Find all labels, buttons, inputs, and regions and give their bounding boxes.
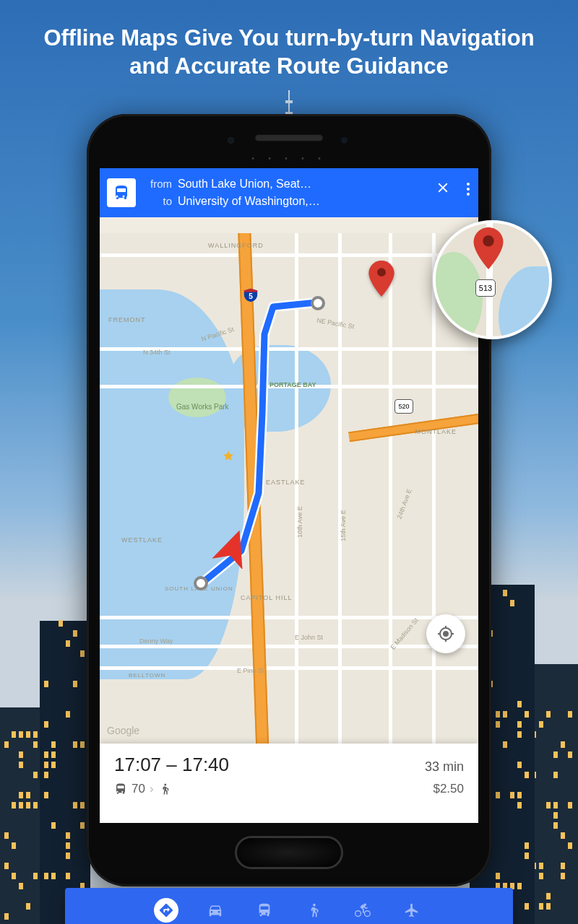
phone-frame: • • • • • from South Lake Union, Seat… t… (87, 114, 491, 886)
to-label: to (143, 195, 172, 207)
st-n34: N 34th St (143, 349, 171, 356)
route-dest-marker (311, 296, 325, 310)
map-canvas[interactable]: Gas Works Park 5 520 513 WALLINGFORD (100, 233, 478, 744)
mode-fly[interactable] (400, 898, 424, 923)
nh-capitol: CAPITOL HILL (241, 594, 293, 601)
promo-headline: Offline Maps Give You turn-by-turn Navig… (29, 25, 549, 81)
nh-wallingford: WALLINGFORD (208, 242, 264, 249)
walk-icon (158, 783, 171, 796)
route-520-shield: 520 (394, 399, 413, 414)
destination-pin-icon (368, 261, 394, 300)
to-field[interactable]: to University of Washington,… (143, 193, 428, 210)
mode-walk[interactable] (301, 898, 326, 923)
st-10th: 10th Ave E (296, 506, 303, 537)
navigation-arrow-icon (212, 526, 255, 569)
svg-point-4 (313, 904, 316, 907)
nh-belltown: BELLTOWN (129, 672, 165, 679)
nh-eastlake: EASTLAKE (266, 479, 306, 486)
mode-bike[interactable] (350, 898, 375, 923)
svg-point-1 (377, 268, 386, 276)
st-denny: Denny Way (139, 637, 173, 645)
mode-directions[interactable] (154, 898, 178, 923)
transit-mode-chip[interactable] (107, 178, 136, 207)
mode-transit[interactable] (252, 898, 277, 923)
zoom-pin-icon (473, 227, 504, 272)
nh-westlake: WESTLAKE (121, 536, 163, 544)
trip-time-range: 17:07 – 17:40 (114, 754, 229, 776)
to-value: University of Washington,… (178, 195, 320, 208)
star-icon (223, 450, 234, 461)
map-zoom-inset: 513 (433, 220, 552, 339)
zoom-route-shield: 513 (475, 279, 496, 297)
route-origin-marker (194, 576, 208, 590)
home-button[interactable] (235, 836, 343, 869)
interstate-shield: 5 (243, 287, 259, 303)
bus-route-number: 70 (131, 782, 145, 796)
trip-steps: 70 › (114, 782, 171, 796)
directions-header: from South Lake Union, Seat… to Universi… (100, 168, 478, 217)
map-attribution: Google (107, 725, 139, 736)
app-screen: from South Lake Union, Seat… to Universi… (100, 168, 478, 823)
mode-drive[interactable] (203, 898, 228, 923)
from-field[interactable]: from South Lake Union, Seat… (143, 175, 428, 193)
svg-point-2 (164, 784, 166, 786)
from-label: from (143, 178, 172, 190)
nh-fremont: FREMONT (108, 316, 146, 323)
nh-montlake: MONTLAKE (415, 428, 457, 435)
overflow-menu-icon[interactable] (467, 183, 470, 196)
bus-icon (114, 783, 127, 796)
svg-point-3 (483, 235, 493, 246)
park-label: Gas Works Park (176, 403, 229, 411)
from-value: South Lake Union, Seat… (178, 178, 311, 191)
st-ejohn: E John St (295, 634, 323, 641)
trip-fare: $2.50 (433, 782, 464, 796)
st-epine: E Pine St (237, 667, 264, 674)
trip-summary-card[interactable]: 17:07 – 17:40 33 min 70 › $2.50 (100, 744, 478, 823)
svg-text:5: 5 (249, 292, 253, 300)
st-15th: 15th Ave E (340, 510, 347, 541)
travel-mode-bar (65, 888, 513, 924)
trip-duration: 33 min (425, 759, 464, 775)
close-icon[interactable] (435, 180, 451, 199)
my-location-button[interactable] (426, 614, 465, 653)
nh-portage: PORTAGE BAY (269, 381, 316, 388)
